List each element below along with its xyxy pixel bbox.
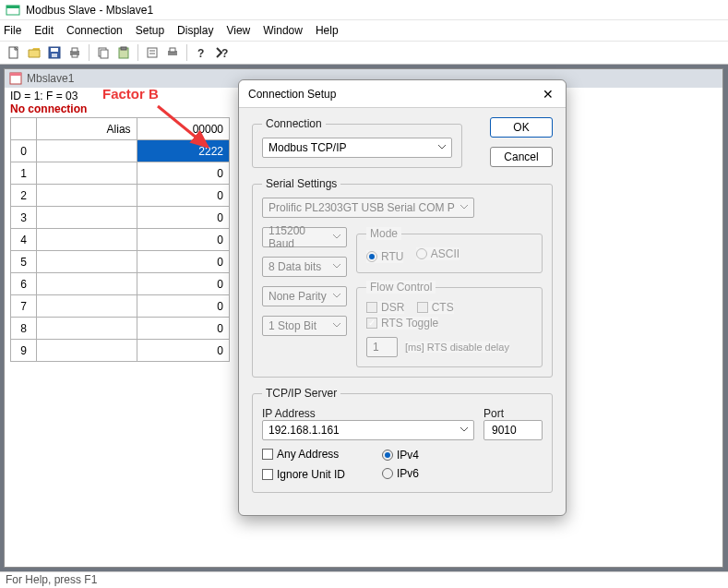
ip-address-combo[interactable]: 192.168.1.161 [262,420,474,440]
table-row[interactable]: 10 [11,162,230,185]
dsr-check: DSR [366,301,404,314]
cell-value[interactable]: 2222 [137,140,229,162]
copy-icon[interactable] [95,44,112,61]
table-row[interactable]: 02222 [11,140,230,162]
menu-connection[interactable]: Connection [66,24,123,37]
cell-value[interactable]: 0 [137,295,229,318]
new-icon[interactable] [6,44,22,61]
props-icon[interactable] [144,44,161,61]
chevron-down-icon [331,231,342,242]
table-row[interactable]: 30 [11,207,230,229]
status-help: For Help, press F1 [6,573,97,586]
cell-value[interactable]: 0 [137,251,229,273]
cell-value[interactable]: 0 [137,162,229,185]
help-icon[interactable]: ? [193,44,209,61]
svg-text:?: ? [197,47,204,59]
mode-group: Mode RTU ASCII [356,227,543,273]
ok-button[interactable]: OK [490,117,553,138]
toolbar-separator [137,44,138,61]
cell-alias[interactable] [37,273,137,295]
cell-alias[interactable] [37,185,137,207]
menu-setup[interactable]: Setup [136,24,164,37]
col-alias[interactable]: Alias [37,118,137,140]
serial-port-combo: Prolific PL2303GT USB Serial COM Port (C… [262,198,474,218]
row-index: 2 [11,185,37,207]
print-icon[interactable] [66,44,83,61]
chevron-down-icon [331,319,342,330]
app-icon [6,3,20,18]
table-row[interactable]: 50 [11,251,230,273]
table-row[interactable]: 70 [11,295,230,318]
stopbit-combo: 1 Stop Bit [262,316,347,336]
svg-rect-8 [72,54,78,57]
cell-alias[interactable] [37,295,137,318]
svg-rect-1 [6,6,19,8]
table-row[interactable]: 40 [11,229,230,251]
connection-type-combo[interactable]: Modbus TCP/IP [262,138,452,158]
menu-file[interactable]: File [4,24,21,37]
col-value[interactable]: 00000 [137,118,229,140]
cell-value[interactable]: 0 [137,207,229,229]
svg-rect-12 [121,47,126,50]
print2-icon[interactable] [164,44,181,61]
row-index: 6 [11,273,37,295]
tcp-legend: TCP/IP Server [262,387,340,400]
table-row[interactable]: 20 [11,185,230,207]
cell-value[interactable]: 0 [137,185,229,207]
dialog-title: Connection Setup [248,88,336,101]
connection-legend: Connection [262,117,326,130]
save-icon[interactable] [46,44,63,61]
ipv6-radio[interactable]: IPv6 [382,467,419,480]
cancel-button[interactable]: Cancel [490,147,553,167]
child-title-text: Mbslave1 [27,72,74,85]
menu-display[interactable]: Display [177,24,213,37]
ipv4-radio[interactable]: IPv4 [382,449,419,462]
cell-alias[interactable] [37,162,137,185]
table-row[interactable]: 60 [11,273,230,295]
any-address-check[interactable]: Any Address [262,448,339,461]
svg-text:?: ? [221,47,228,59]
chevron-down-icon [459,201,470,212]
open-icon[interactable] [26,44,42,61]
chevron-down-icon [331,290,342,301]
cell-alias[interactable] [37,140,137,162]
toolbar-separator [89,44,90,61]
connection-group: Connection Modbus TCP/IP [252,117,462,168]
parity-combo: None Parity [262,286,347,306]
menu-window[interactable]: Window [263,24,303,37]
menu-edit[interactable]: Edit [34,24,54,37]
menubar: File Edit Connection Setup Display View … [0,20,728,41]
cell-value[interactable]: 0 [137,229,229,251]
svg-rect-4 [51,48,58,52]
chevron-down-icon [459,424,470,435]
rts-toggle-check: RTS Toggle [366,317,438,330]
menu-view[interactable]: View [226,24,250,37]
close-icon[interactable]: ✕ [540,86,556,102]
cell-value[interactable]: 0 [137,318,229,340]
rtu-radio: RTU [366,250,403,263]
svg-rect-13 [148,48,157,57]
menu-help[interactable]: Help [316,24,339,37]
svg-rect-10 [101,50,108,58]
port-input[interactable] [483,420,543,440]
row-index: 4 [11,229,37,251]
cell-alias[interactable] [37,207,137,229]
serial-legend: Serial Settings [262,177,340,190]
dialog-titlebar[interactable]: Connection Setup ✕ [239,80,566,108]
toolbar-separator [186,44,187,61]
cell-value[interactable]: 0 [137,273,229,295]
svg-rect-21 [10,73,21,76]
cell-alias[interactable] [37,318,137,340]
cell-alias[interactable] [37,251,137,273]
ignore-unitid-check[interactable]: Ignore Unit ID [262,468,345,481]
flow-control-group: Flow Control DSR CTS RTS Toggle [ms] RTS… [356,281,543,367]
cell-alias[interactable] [37,229,137,251]
table-row[interactable]: 90 [11,340,230,362]
context-help-icon[interactable]: ? [213,44,230,61]
tcpip-server-group: TCP/IP Server IP Address 192.168.1.161 P… [252,387,553,493]
paste-icon[interactable] [115,44,132,61]
table-row[interactable]: 80 [11,318,230,340]
svg-rect-17 [170,48,175,52]
cell-alias[interactable] [37,340,137,362]
cell-value[interactable]: 0 [137,340,229,362]
